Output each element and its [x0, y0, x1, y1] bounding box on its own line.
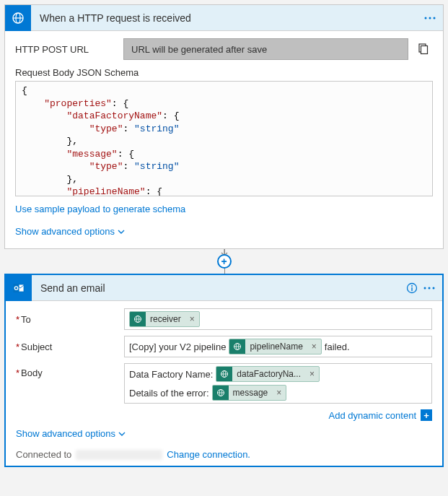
token-message[interactable]: message ×: [212, 385, 287, 401]
to-field[interactable]: receiver ×: [124, 308, 432, 330]
body-field[interactable]: Data Factory Name: dataFactoryNa... × De…: [124, 363, 432, 404]
svg-point-4: [429, 17, 431, 19]
copy-url-button[interactable]: [413, 39, 433, 59]
subject-field[interactable]: [Copy] your V2 pipeline pipelineName × f…: [124, 336, 432, 357]
outlook-icon: [6, 275, 32, 301]
body-label: Body: [16, 363, 124, 378]
svg-rect-7: [421, 46, 428, 54]
remove-token-icon[interactable]: ×: [305, 369, 319, 379]
body-line2-text: Details of the error:: [129, 388, 209, 399]
to-label: To: [16, 314, 124, 325]
http-request-icon: [5, 5, 31, 31]
add-step-button[interactable]: +: [217, 254, 232, 269]
token-receiver[interactable]: receiver ×: [129, 311, 200, 327]
schema-label: Request Body JSON Schema: [15, 67, 433, 78]
svg-point-15: [424, 287, 426, 289]
subject-suffix-text: failed.: [325, 341, 350, 352]
http-token-icon: [130, 311, 146, 327]
subject-label: Subject: [16, 341, 124, 352]
action-advanced-toggle[interactable]: Show advanced options: [16, 428, 126, 439]
http-token-icon: [213, 385, 229, 401]
chevron-down-icon: [118, 432, 126, 436]
http-token-icon: [216, 366, 232, 382]
trigger-header[interactable]: When a HTTP request is received: [5, 5, 443, 31]
action-more-button[interactable]: [421, 279, 438, 297]
connection-name-redacted: [76, 450, 162, 460]
sample-payload-link[interactable]: Use sample payload to generate schema: [15, 204, 185, 214]
url-field: URL will be generated after save: [123, 38, 408, 60]
action-info-button[interactable]: [403, 279, 421, 297]
remove-token-icon[interactable]: ×: [307, 341, 321, 352]
connection-footer: Connected to Change connection.: [16, 449, 432, 460]
svg-point-13: [411, 285, 413, 287]
trigger-advanced-toggle[interactable]: Show advanced options: [15, 226, 125, 237]
url-label: HTTP POST URL: [15, 44, 123, 55]
subject-prefix-text: [Copy] your V2 pipeline: [129, 341, 226, 352]
action-card: Send an email To receiver × Subject [Cop…: [4, 274, 444, 467]
trigger-card: When a HTTP request is received HTTP POS…: [4, 4, 444, 249]
remove-token-icon[interactable]: ×: [272, 388, 286, 398]
remove-token-icon[interactable]: ×: [185, 314, 199, 324]
trigger-more-button[interactable]: [421, 9, 439, 27]
trigger-title: When a HTTP request is received: [31, 12, 421, 24]
body-line1-text: Data Factory Name:: [129, 369, 213, 380]
svg-rect-14: [411, 287, 412, 291]
add-dynamic-content-link[interactable]: Add dynamic content: [329, 410, 416, 421]
add-dynamic-content-button[interactable]: +: [421, 409, 432, 421]
svg-point-17: [433, 287, 435, 289]
connector: +: [4, 249, 444, 274]
schema-textarea[interactable]: { "properties": { "dataFactoryName": { "…: [15, 81, 433, 196]
action-header[interactable]: Send an email: [6, 275, 442, 301]
connected-to-label: Connected to: [16, 449, 71, 460]
change-connection-link[interactable]: Change connection.: [167, 449, 250, 460]
chevron-down-icon: [118, 230, 125, 234]
token-datafactoryname[interactable]: dataFactoryNa... ×: [216, 366, 320, 382]
svg-point-16: [429, 287, 431, 289]
svg-point-3: [425, 17, 427, 19]
action-title: Send an email: [32, 282, 403, 294]
http-token-icon: [229, 339, 245, 354]
svg-point-5: [434, 17, 436, 19]
token-pipelinename[interactable]: pipelineName ×: [229, 339, 321, 354]
